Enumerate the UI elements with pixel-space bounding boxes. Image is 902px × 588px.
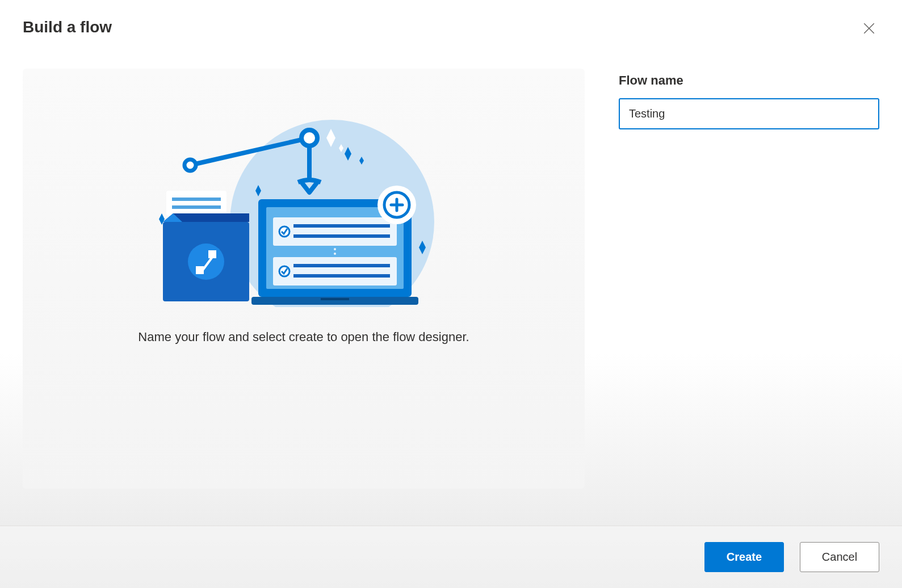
svg-point-12: [184, 159, 196, 171]
svg-rect-22: [197, 267, 203, 273]
svg-rect-23: [209, 251, 215, 257]
svg-rect-31: [293, 224, 390, 228]
flow-builder-illustration: [145, 103, 463, 307]
flow-name-label: Flow name: [619, 73, 879, 88]
close-button[interactable]: [859, 18, 879, 40]
svg-rect-29: [273, 217, 397, 246]
svg-rect-35: [273, 257, 397, 285]
illustration-caption: Name your flow and select create to open…: [138, 330, 469, 345]
flow-name-input[interactable]: [619, 98, 879, 129]
svg-point-34: [334, 253, 336, 255]
svg-rect-15: [166, 191, 226, 216]
cancel-button[interactable]: Cancel: [800, 542, 879, 572]
form-panel: Flow name: [619, 69, 879, 489]
svg-rect-37: [293, 264, 390, 267]
create-button[interactable]: Create: [704, 542, 784, 572]
build-flow-dialog: Build a flow: [0, 0, 902, 588]
illustration-panel: Name your flow and select create to open…: [23, 69, 585, 489]
dialog-header: Build a flow: [0, 0, 902, 40]
dialog-content: Name your flow and select create to open…: [0, 40, 902, 489]
svg-point-13: [301, 130, 317, 146]
svg-point-21: [188, 243, 224, 280]
close-icon: [863, 24, 875, 36]
svg-rect-38: [293, 274, 390, 278]
svg-rect-32: [293, 234, 390, 238]
illustration-box: Name your flow and select create to open…: [23, 69, 585, 489]
dialog-title: Build a flow: [23, 18, 112, 36]
svg-rect-17: [172, 205, 221, 209]
svg-rect-16: [172, 198, 221, 201]
svg-point-33: [334, 248, 336, 250]
svg-rect-28: [321, 298, 349, 300]
dialog-footer: Create Cancel: [0, 526, 902, 588]
